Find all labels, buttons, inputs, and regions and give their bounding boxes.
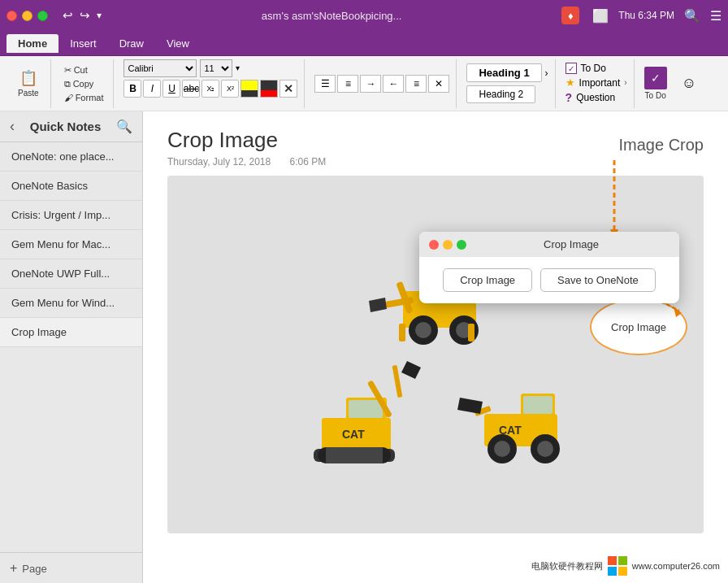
sidebar-items: OneNote: one place... OneNote Basics Cri… (0, 142, 142, 552)
heading2-button[interactable]: Heading 2 (466, 85, 535, 103)
sidebar-item-crop-image[interactable]: Crop Image (0, 318, 142, 347)
font-family-select[interactable]: Calibri (124, 59, 197, 77)
popup-traffic-lights (429, 240, 466, 250)
sidebar-item-gem-wind[interactable]: Gem Menu for Wind... (0, 289, 142, 318)
indent-decrease-button[interactable]: ← (383, 75, 404, 93)
numbered-list-button[interactable]: ≡ (337, 75, 358, 93)
todo-item[interactable]: ✓ To Do (566, 63, 627, 74)
svg-marker-31 (457, 398, 483, 414)
align-button[interactable]: ≡ (405, 75, 427, 93)
todo-checkbox: ✓ (566, 63, 577, 74)
save-to-onenote-button[interactable]: Save to OneNote (540, 268, 656, 292)
search-icon[interactable]: 🔍 (684, 8, 700, 24)
paste-button[interactable]: 📋 Paste (13, 64, 44, 103)
close-button[interactable] (6, 11, 17, 21)
redo-icon[interactable]: ↪ (80, 8, 90, 23)
win-sq-red (608, 556, 617, 565)
important-label: Important (579, 77, 621, 89)
popup-minimize-button[interactable] (443, 240, 453, 250)
crop-image-button[interactable]: Crop Image (443, 268, 532, 292)
svg-marker-8 (369, 298, 387, 312)
sidebar-item-gem-mac[interactable]: Gem Menu for Mac... (0, 230, 142, 259)
menu-icon[interactable]: ☰ (710, 8, 722, 24)
subscript-button[interactable]: X₂ (202, 80, 219, 98)
smiley-icon: ☺ (682, 75, 696, 92)
maximize-button[interactable] (37, 11, 48, 21)
ribbon: Home Insert Draw View (0, 31, 728, 56)
popup-title: Crop Image (473, 238, 670, 250)
crop-image-popup: Crop Image Crop Image Save to OneNote (419, 232, 679, 303)
title-bar: ↩ ↪ ▾ asm's asm'sNoteBookpicing... ♦ ⬜ T… (0, 0, 728, 31)
strikethrough-button[interactable]: abc (182, 80, 200, 98)
win-sq-green (618, 556, 627, 565)
headings-group: Heading 1 › Heading 2 (460, 59, 555, 108)
expand-icon[interactable]: › (545, 67, 548, 79)
svg-rect-13 (399, 324, 405, 342)
popup-close-button[interactable] (429, 240, 439, 250)
todo-big-icon: ✓ (644, 67, 667, 89)
trucks-row-2: CAT (281, 361, 590, 467)
note-time: 6:06 PM (290, 156, 327, 168)
heading1-button[interactable]: Heading 1 (466, 63, 541, 82)
window-title: asm's asm'sNoteBookpicing... (102, 10, 561, 22)
traffic-lights (6, 11, 48, 21)
content-area: Crop Image Thursday, July 12, 2018 6:06 … (143, 111, 728, 583)
tab-insert[interactable]: Insert (58, 34, 108, 53)
sidebar-item-onenote-one[interactable]: OneNote: one place... (0, 142, 142, 172)
clear-format-button[interactable]: ✕ (280, 80, 297, 98)
list-group: ☰ ≡ → ← ≡ ✕ (308, 59, 457, 108)
italic-button[interactable]: I (143, 80, 161, 98)
svg-rect-14 (468, 324, 474, 342)
title-bar-right: ♦ ⬜ Thu 6:34 PM 🔍 ☰ (561, 7, 722, 24)
trucks-image-area: CAT (167, 176, 704, 533)
todo-big-button[interactable]: ✓ To Do (638, 62, 674, 106)
watermark-site: www.computer26.com (632, 561, 720, 571)
todo-big-label: To Do (645, 91, 666, 100)
highlight-color-button[interactable] (240, 80, 258, 98)
content-bg: Crop Image Thursday, July 12, 2018 6:06 … (143, 111, 728, 583)
popup-body: Crop Image Save to OneNote (419, 257, 679, 303)
underline-button[interactable]: U (162, 80, 180, 98)
important-item[interactable]: ★ Important › (566, 76, 627, 89)
sidebar-item-onenote-uwp[interactable]: OneNote UWP Full... (0, 259, 142, 289)
bullet-list-button[interactable]: ☰ (314, 75, 336, 93)
font-size-select[interactable]: 11 (200, 59, 232, 77)
question-item[interactable]: ? Question (566, 91, 627, 104)
font-color-button[interactable] (260, 80, 278, 98)
svg-marker-21 (401, 361, 421, 379)
sidebar-search-button[interactable]: 🔍 (116, 119, 132, 134)
add-page-footer[interactable]: + Page (0, 552, 142, 583)
truck-loader: CAT (444, 361, 590, 467)
format-button[interactable]: 🖌 Format (61, 92, 107, 103)
undo-icon[interactable]: ↩ (63, 8, 73, 23)
minimize-button[interactable] (22, 11, 32, 21)
main-layout: ‹ Quick Notes 🔍 OneNote: one place... On… (0, 111, 728, 583)
question-icon: ? (566, 91, 573, 104)
popup-titlebar: Crop Image (419, 232, 679, 257)
sidebar-item-onenote-basics[interactable]: OneNote Basics (0, 172, 142, 201)
svg-point-10 (415, 322, 431, 338)
emoji-button[interactable]: ☺ (677, 75, 701, 92)
win-sq-blue (608, 567, 617, 576)
tab-view[interactable]: View (155, 34, 201, 53)
plus-icon: + (10, 561, 17, 576)
sidebar-header: ‹ Quick Notes 🔍 (0, 111, 142, 142)
svg-point-35 (537, 441, 553, 457)
superscript-button[interactable]: X² (221, 80, 239, 98)
add-page-label: Page (22, 563, 46, 575)
popup-maximize-button[interactable] (457, 240, 466, 250)
indent-increase-button[interactable]: → (360, 75, 381, 93)
bold-button[interactable]: B (124, 80, 141, 98)
sidebar-item-crisis[interactable]: Crisis: Urgent / Imp... (0, 201, 142, 230)
back-button[interactable]: ‹ (10, 118, 15, 135)
tab-home[interactable]: Home (6, 34, 58, 53)
more-format-button[interactable]: ✕ (428, 75, 449, 93)
win-sq-yellow (618, 567, 627, 576)
copy-button[interactable]: ⧉ Copy (61, 78, 107, 90)
cut-button[interactable]: ✂ Cut (61, 64, 107, 76)
format-icon: 🖌 (64, 93, 73, 102)
format-row: B I U abc X₂ X² ✕ (124, 80, 297, 98)
svg-text:CAT: CAT (342, 428, 365, 441)
tab-draw[interactable]: Draw (108, 34, 155, 53)
expand-important-icon[interactable]: › (624, 78, 626, 87)
